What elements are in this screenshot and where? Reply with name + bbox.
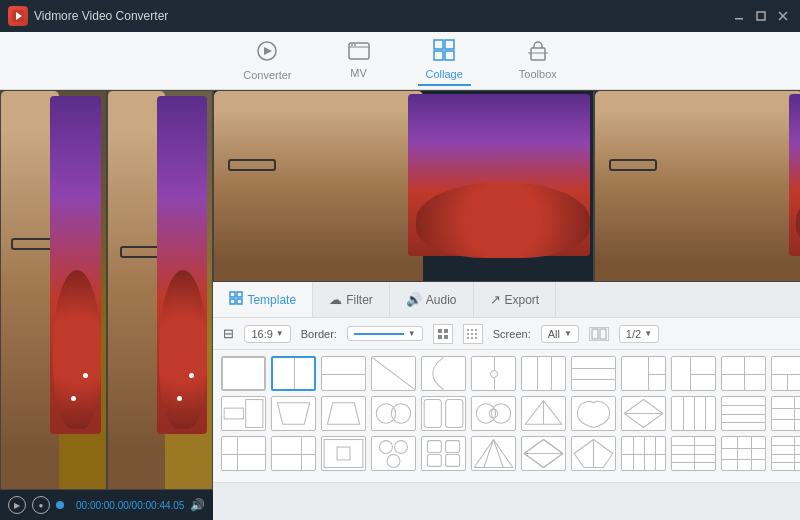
template-r2-10[interactable]: [671, 396, 716, 431]
template-r3-5[interactable]: [421, 436, 466, 471]
converter-label: Converter: [243, 69, 291, 81]
border-select[interactable]: ▼: [347, 326, 423, 341]
template-row-2: [221, 396, 800, 431]
nav-tab-collage[interactable]: Collage: [418, 35, 471, 86]
svg-rect-49: [337, 447, 350, 460]
template-r3-1[interactable]: [221, 436, 266, 471]
options-bar: ⊟ 16:9 ▼ Border: ▼: [213, 318, 800, 350]
video-placeholder-1: [1, 91, 106, 489]
template-split-h[interactable]: [321, 356, 366, 391]
svg-marker-35: [278, 403, 310, 425]
template-r2-11[interactable]: [721, 396, 766, 431]
template-r3-11[interactable]: [721, 436, 766, 471]
screen-value: All: [548, 328, 560, 340]
converter-icon: [256, 40, 278, 67]
svg-point-42: [492, 404, 511, 423]
template-tab-label: Template: [247, 293, 296, 307]
template-curve[interactable]: [421, 356, 466, 391]
template-r2-9[interactable]: [621, 396, 666, 431]
template-r2-2[interactable]: [271, 396, 316, 431]
template-r2-3[interactable]: [321, 396, 366, 431]
tab-filter[interactable]: ☁ Filter: [313, 282, 390, 317]
svg-marker-7: [264, 47, 272, 55]
template-r3-8[interactable]: [571, 436, 616, 471]
template-r3-12[interactable]: [771, 436, 800, 471]
svg-point-37: [377, 404, 396, 423]
template-split-v[interactable]: [271, 356, 316, 391]
template-r3-9[interactable]: [621, 436, 666, 471]
template-r2-7[interactable]: [521, 396, 566, 431]
svg-line-63: [525, 454, 544, 468]
ratio-select[interactable]: 16:9 ▼: [244, 325, 290, 343]
template-2x2[interactable]: [721, 356, 766, 391]
border-style-btn-1[interactable]: [433, 324, 453, 344]
video-cell-2: [107, 90, 214, 490]
nav-tab-converter[interactable]: Converter: [235, 36, 299, 85]
right-video-cell-2: [594, 90, 800, 282]
tab-template[interactable]: Template: [213, 282, 313, 317]
template-single[interactable]: [221, 356, 266, 391]
template-r3-6[interactable]: [471, 436, 516, 471]
tab-export[interactable]: ↗ Export: [474, 282, 557, 317]
video-placeholder-2: [108, 91, 213, 489]
audio-tab-label: Audio: [426, 293, 457, 307]
svg-rect-54: [446, 441, 460, 453]
play-button[interactable]: ▶: [8, 496, 26, 514]
svg-rect-53: [428, 441, 442, 453]
svg-rect-19: [237, 292, 242, 297]
video-cell-1: [0, 90, 107, 490]
svg-line-60: [525, 440, 544, 454]
template-r3-4[interactable]: [371, 436, 416, 471]
template-grid: [213, 350, 800, 482]
volume-icon[interactable]: 🔊: [190, 498, 205, 512]
svg-rect-34: [246, 400, 263, 428]
svg-rect-3: [757, 12, 765, 20]
template-r2-12[interactable]: [771, 396, 800, 431]
template-r2-6[interactable]: [471, 396, 516, 431]
template-tab-icon: [229, 291, 243, 308]
template-r3-10[interactable]: [671, 436, 716, 471]
template-r3-7[interactable]: [521, 436, 566, 471]
svg-rect-21: [237, 299, 242, 304]
restore-button[interactable]: [752, 7, 770, 25]
template-r2-1[interactable]: [221, 396, 266, 431]
template-r3-3[interactable]: [321, 436, 366, 471]
svg-rect-20: [230, 299, 235, 304]
border-style-btn-2[interactable]: [463, 324, 483, 344]
tab-audio[interactable]: 🔊 Audio: [390, 282, 474, 317]
svg-line-59: [494, 440, 504, 468]
ratio-arrow-icon: ▼: [276, 329, 284, 338]
template-r2-8[interactable]: [571, 396, 616, 431]
svg-rect-30: [600, 329, 606, 339]
minimize-button[interactable]: [730, 7, 748, 25]
svg-rect-24: [438, 335, 442, 339]
title-bar-left: Vidmore Video Converter: [8, 6, 168, 26]
nav-tab-mv[interactable]: MV: [340, 38, 378, 83]
stop-button[interactable]: ●: [32, 496, 50, 514]
svg-rect-16: [531, 48, 545, 60]
split-indicator[interactable]: 1/2 ▼: [619, 325, 659, 343]
template-left-wide[interactable]: [671, 356, 716, 391]
filter-tab-label: Filter: [346, 293, 373, 307]
template-t-shape[interactable]: [771, 356, 800, 391]
filter-tab-icon: ☁: [329, 292, 342, 307]
nav-bar: Converter MV Collage: [0, 32, 800, 90]
template-diagonal[interactable]: [371, 356, 416, 391]
template-3-cols[interactable]: [521, 356, 566, 391]
svg-marker-36: [328, 403, 360, 425]
template-wide-narrow[interactable]: [621, 356, 666, 391]
bottom-panel: Template ☁ Filter 🔊 Audio ↗ Export ⊟: [213, 282, 800, 520]
video-preview-area: [0, 90, 213, 490]
screen-dropdown[interactable]: All ▼: [541, 325, 579, 343]
template-r2-4[interactable]: [371, 396, 416, 431]
template-rounded[interactable]: [471, 356, 516, 391]
close-button[interactable]: [774, 7, 792, 25]
template-3-rows[interactable]: [571, 356, 616, 391]
template-r3-2[interactable]: [271, 436, 316, 471]
svg-rect-55: [428, 455, 442, 467]
template-r2-5[interactable]: [421, 396, 466, 431]
main-content: ▶ ● 00:00:00.00/00:00:44.05 🔊: [0, 90, 800, 520]
nav-tab-toolbox[interactable]: Toolbox: [511, 37, 565, 84]
svg-point-11: [354, 44, 356, 46]
right-video-cell-1: [213, 90, 594, 282]
